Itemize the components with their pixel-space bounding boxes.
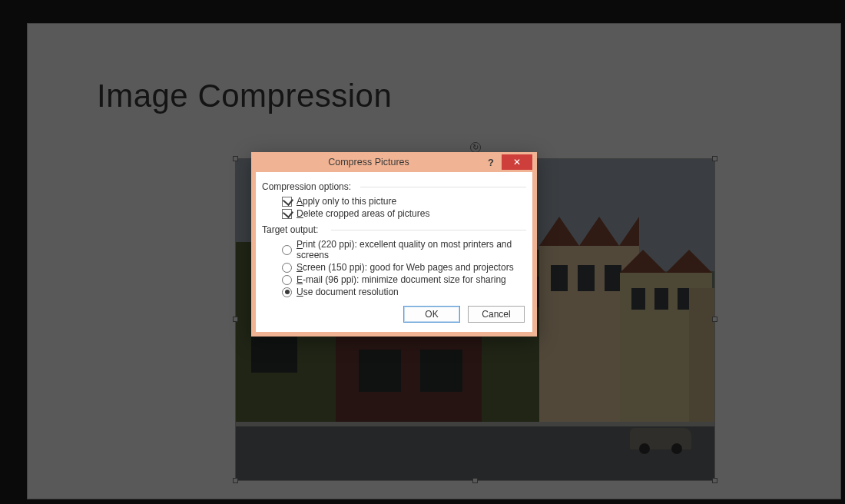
slide-title: Image Compression [97, 78, 392, 114]
delete-cropped-label: Delete cropped areas of pictures [297, 208, 429, 219]
radio-document-resolution-row[interactable]: Use document resolution [282, 286, 526, 298]
dialog-titlebar[interactable]: Compress Pictures ? ✕ [251, 152, 537, 172]
dialog-title: Compress Pictures [256, 157, 482, 167]
cancel-button[interactable]: Cancel [468, 306, 525, 323]
compression-options-label: Compression options: [262, 177, 526, 195]
radio-screen-label: Screen (150 ppi): good for Web pages and… [297, 262, 514, 273]
resize-handle-tr[interactable] [712, 156, 717, 161]
radio-email-label: E-mail (96 ppi): minimize document size … [297, 274, 506, 285]
radio-email[interactable] [282, 275, 292, 285]
close-icon: ✕ [513, 157, 521, 167]
car-shape [630, 428, 691, 449]
delete-cropped-checkbox[interactable] [282, 209, 292, 219]
radio-document-resolution-label: Use document resolution [297, 287, 399, 297]
rotate-handle[interactable] [470, 142, 481, 153]
radio-print-row[interactable]: Print (220 ppi): excellent quality on mo… [282, 238, 526, 261]
close-button[interactable]: ✕ [502, 154, 532, 170]
resize-handle-mr[interactable] [712, 317, 717, 322]
target-output-label: Target output: [262, 220, 526, 238]
apply-only-checkbox[interactable] [282, 197, 292, 207]
apply-only-label: Apply only to this picture [297, 196, 396, 207]
resize-handle-bl[interactable] [233, 478, 238, 483]
resize-handle-br[interactable] [712, 478, 717, 483]
help-button[interactable]: ? [482, 154, 500, 170]
radio-print[interactable] [282, 245, 292, 255]
ok-button[interactable]: OK [403, 306, 460, 323]
radio-screen-row[interactable]: Screen (150 ppi): good for Web pages and… [282, 261, 526, 274]
resize-handle-ml[interactable] [233, 317, 238, 322]
radio-email-row[interactable]: E-mail (96 ppi): minimize document size … [282, 274, 526, 286]
resize-handle-tl[interactable] [233, 156, 238, 161]
apply-only-checkbox-row[interactable]: Apply only to this picture [282, 195, 526, 207]
radio-document-resolution[interactable] [282, 287, 292, 297]
resize-handle-bm[interactable] [472, 478, 478, 483]
radio-screen[interactable] [282, 263, 292, 273]
delete-cropped-checkbox-row[interactable]: Delete cropped areas of pictures [282, 207, 526, 220]
compress-pictures-dialog: Compress Pictures ? ✕ Compression option… [251, 152, 537, 337]
radio-print-label: Print (220 ppi): excellent quality on mo… [297, 239, 526, 260]
